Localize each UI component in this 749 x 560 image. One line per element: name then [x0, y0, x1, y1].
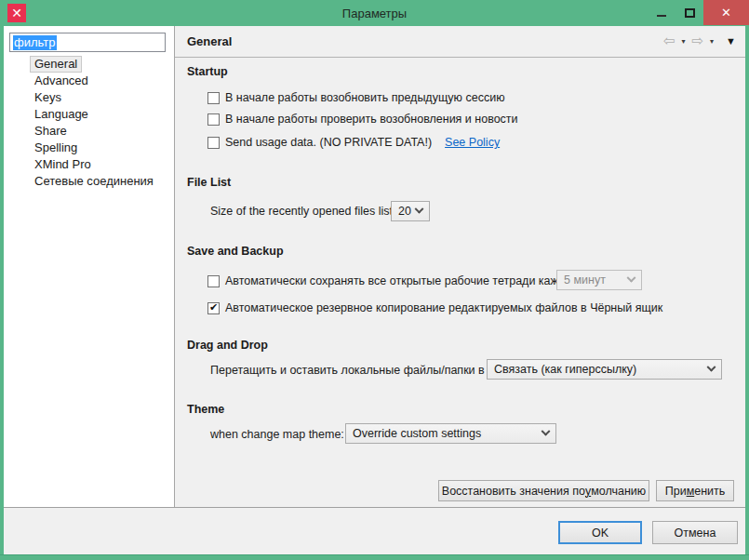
recent-files-size-label: Size of the recently opened files list: — [210, 205, 395, 218]
maximize-button[interactable] — [675, 0, 703, 26]
autosave-interval-select: 5 минут — [556, 270, 642, 290]
close-icon: ✕ — [721, 6, 731, 20]
resume-session-row: В начале работы возобновить предыдущую с… — [207, 91, 505, 104]
theme-change-label: when change map theme: — [210, 428, 344, 441]
section-title-startup: Startup — [187, 65, 228, 78]
titlebar[interactable]: ✕ Параметры ✕ — [0, 0, 749, 26]
filter-input[interactable]: фильтр — [9, 33, 166, 52]
sidebar: фильтр General Advanced Keys Language Sh… — [4, 26, 174, 507]
minimize-button[interactable] — [648, 0, 675, 26]
autosave-label: Автоматически сохранять все открытые раб… — [225, 274, 580, 287]
xmind-app-icon: ✕ — [7, 4, 26, 22]
filter-input-value: фильтр — [13, 35, 57, 50]
window-title: Параметры — [0, 7, 749, 20]
check-updates-row: В начале работы проверить возобновления … — [207, 113, 518, 126]
autosave-interval-value: 5 минут — [564, 273, 606, 287]
chevron-down-icon — [627, 273, 636, 282]
xmind-x-icon: ✕ — [11, 6, 22, 20]
header-nav: ⇦ ▾ ⇨ ▾ ▼ — [663, 34, 736, 48]
send-usage-label: Send usage data. (NO PRIVATE DATA!) — [225, 136, 432, 149]
send-usage-checkbox[interactable] — [207, 137, 220, 149]
cancel-button[interactable]: Отмена — [652, 521, 738, 544]
recent-files-size-value: 20 — [398, 205, 411, 218]
preferences-tree: General Advanced Keys Language Share Spe… — [4, 56, 174, 190]
send-usage-row: Send usage data. (NO PRIVATE DATA!) See … — [207, 136, 500, 149]
window-border-right — [745, 26, 749, 554]
ok-button[interactable]: OK — [558, 521, 642, 544]
section-title-file-list: File List — [187, 176, 231, 189]
maximize-icon — [685, 8, 695, 18]
sidebar-item-general[interactable]: General — [4, 56, 174, 73]
preferences-dialog: ✕ Параметры ✕ фильтр General Advanced — [0, 0, 749, 560]
resume-session-label: В начале работы возобновить предыдущую с… — [225, 91, 505, 104]
drag-drop-action-value: Связать (как гиперссылку) — [494, 363, 636, 376]
header-divider — [175, 57, 745, 58]
chevron-down-icon — [415, 204, 424, 213]
forward-icon[interactable]: ⇨ — [692, 34, 704, 48]
back-history-dropdown-icon[interactable]: ▾ — [679, 38, 689, 46]
resume-session-checkbox[interactable] — [207, 92, 220, 104]
autosave-row: Автоматически сохранять все открытые раб… — [207, 274, 580, 287]
backup-row: ✔ Автоматическое резервное копирование р… — [207, 301, 662, 314]
see-policy-link[interactable]: See Policy — [445, 136, 500, 149]
theme-change-value: Override custom settings — [353, 427, 481, 440]
section-title-theme: Theme — [187, 403, 224, 416]
window-controls: ✕ — [648, 0, 749, 26]
view-menu-icon[interactable]: ▼ — [726, 36, 736, 47]
apply-button[interactable]: Применить — [656, 480, 734, 501]
section-title-save-backup: Save and Backup — [187, 245, 284, 258]
recent-files-size-select[interactable]: 20 — [391, 201, 430, 221]
sidebar-item-keys[interactable]: Keys — [4, 89, 174, 106]
close-button[interactable]: ✕ — [703, 0, 749, 25]
sidebar-item-network-connections[interactable]: Сетевые соединения — [4, 173, 174, 190]
dialog-footer: OK Отмена — [4, 508, 745, 554]
forward-history-dropdown-icon[interactable]: ▾ — [707, 38, 716, 46]
page-title: General — [187, 34, 232, 48]
restore-defaults-button[interactable]: Восстановить значения по умолчанию — [438, 480, 649, 501]
window-border-left — [0, 26, 4, 554]
backup-checkbox[interactable]: ✔ — [207, 302, 220, 314]
sidebar-item-share[interactable]: Share — [4, 123, 174, 140]
check-icon: ✔ — [209, 302, 218, 313]
back-icon[interactable]: ⇦ — [663, 34, 675, 48]
theme-change-select[interactable]: Override custom settings — [345, 423, 556, 444]
chevron-down-icon — [542, 426, 551, 435]
sidebar-item-xmind-pro[interactable]: XMind Pro — [4, 156, 174, 173]
check-updates-label: В начале работы проверить возобновления … — [225, 113, 518, 126]
window-border-bottom — [0, 554, 749, 560]
check-updates-checkbox[interactable] — [207, 113, 220, 126]
main-header: General ⇦ ▾ ⇨ ▾ ▼ — [175, 26, 745, 57]
drag-drop-label: Перетащить и оставить локальные файлы/па… — [210, 364, 520, 377]
minimize-icon — [657, 15, 666, 17]
sidebar-item-spelling[interactable]: Spelling — [4, 140, 174, 156]
section-title-drag-drop: Drag and Drop — [187, 339, 268, 352]
drag-drop-action-select[interactable]: Связать (как гиперссылку) — [487, 359, 722, 380]
autosave-checkbox[interactable] — [207, 275, 220, 287]
backup-label: Автоматическое резервное копирование ред… — [225, 301, 662, 314]
sidebar-item-language[interactable]: Language — [4, 106, 174, 123]
chevron-down-icon — [707, 362, 716, 371]
main-panel: General ⇦ ▾ ⇨ ▾ ▼ Startup В начале работ… — [175, 26, 745, 507]
sidebar-item-advanced[interactable]: Advanced — [4, 73, 174, 89]
